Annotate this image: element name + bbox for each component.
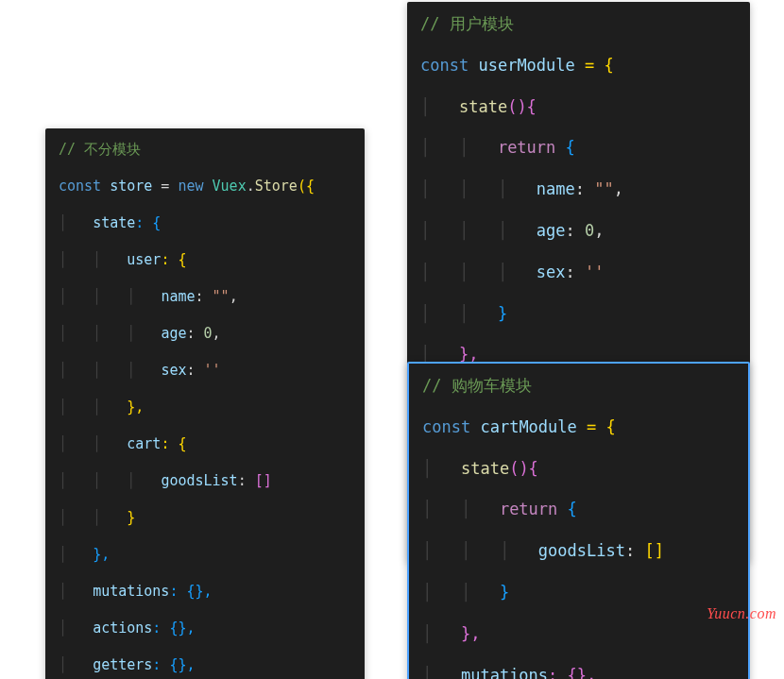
code-token: getters bbox=[93, 656, 152, 673]
code-token: new bbox=[178, 178, 203, 195]
code-token: } bbox=[127, 509, 135, 526]
code-token: Vuex bbox=[213, 178, 247, 195]
code-token: name bbox=[537, 179, 575, 198]
code-token: : bbox=[186, 325, 203, 342]
code-token: state bbox=[459, 97, 507, 116]
code-token: , bbox=[213, 325, 221, 342]
code-comment: // 购物车模块 bbox=[422, 376, 532, 395]
code-token: : bbox=[196, 288, 213, 305]
code-token: = bbox=[152, 178, 178, 195]
code-token: const bbox=[420, 56, 469, 75]
code-token: , bbox=[614, 179, 623, 198]
code-token: sex bbox=[537, 263, 566, 281]
code-token: const bbox=[59, 178, 101, 195]
code-token: : { bbox=[135, 214, 161, 231]
code-token: : {}, bbox=[169, 583, 212, 600]
code-token: mutations bbox=[461, 666, 548, 679]
code-token: : bbox=[566, 263, 585, 281]
code-token: : { bbox=[161, 251, 186, 268]
code-token: const bbox=[422, 417, 470, 436]
code-token: cart bbox=[127, 435, 161, 452]
code-token: state bbox=[461, 459, 509, 478]
code-token: age bbox=[537, 221, 566, 240]
code-token: : bbox=[186, 362, 203, 379]
code-content: // 不分模块 const store = new Vuex.Store({ │… bbox=[59, 140, 351, 679]
code-token: age bbox=[161, 325, 186, 342]
code-token: "" bbox=[594, 179, 613, 198]
code-token: : {}, bbox=[152, 620, 195, 637]
code-token: : {}, bbox=[152, 656, 195, 673]
watermark-text: Yuucn.com bbox=[707, 605, 776, 622]
code-token: return bbox=[500, 500, 557, 518]
code-token: userModule bbox=[478, 56, 574, 75]
code-token: store bbox=[110, 178, 152, 195]
code-token: (){ bbox=[507, 97, 537, 116]
code-comment: // 用户模块 bbox=[420, 14, 514, 33]
code-token: 0 bbox=[204, 325, 213, 342]
code-token: { bbox=[557, 500, 576, 518]
code-token: , bbox=[594, 221, 604, 240]
code-token: '' bbox=[585, 263, 604, 281]
code-token: : bbox=[566, 221, 585, 240]
code-token: mutations bbox=[93, 583, 169, 600]
code-token: '' bbox=[204, 362, 221, 379]
code-token: }, bbox=[127, 399, 144, 416]
code-token: (){ bbox=[509, 459, 538, 478]
code-token: return bbox=[498, 138, 555, 157]
code-token: ({ bbox=[298, 178, 315, 195]
code-token: state bbox=[93, 214, 135, 231]
code-token: name bbox=[161, 288, 195, 305]
code-token: 0 bbox=[585, 221, 594, 240]
code-token: : { bbox=[161, 435, 186, 452]
code-token: } bbox=[500, 583, 509, 602]
code-token: : {}, bbox=[548, 666, 596, 679]
code-comment: // 不分模块 bbox=[59, 141, 141, 158]
code-token: "" bbox=[213, 288, 230, 305]
code-token: goodsList bbox=[161, 472, 237, 489]
code-token: , bbox=[230, 288, 238, 305]
code-token: { bbox=[555, 138, 574, 157]
code-token: goodsList bbox=[538, 541, 625, 560]
code-token: = { bbox=[577, 417, 616, 436]
code-block-cart-module: // 购物车模块 const cartModule = { │ state(){… bbox=[407, 362, 750, 679]
code-token: user bbox=[127, 251, 161, 268]
code-content: // 购物车模块 const cartModule = { │ state(){… bbox=[422, 375, 735, 679]
code-token: sex bbox=[161, 362, 186, 379]
code-token: Store bbox=[255, 178, 298, 195]
code-token: : bbox=[238, 472, 255, 489]
code-token: . bbox=[247, 178, 255, 195]
code-token: actions bbox=[93, 620, 152, 637]
code-token: [] bbox=[644, 541, 663, 560]
code-token: }, bbox=[461, 624, 480, 643]
code-token: = { bbox=[575, 56, 614, 75]
code-token: [] bbox=[255, 472, 272, 489]
code-token: } bbox=[498, 304, 507, 323]
code-token: : bbox=[575, 179, 594, 198]
code-block-no-modules: // 不分模块 const store = new Vuex.Store({ │… bbox=[45, 128, 365, 679]
code-token: : bbox=[625, 541, 644, 560]
code-token: }, bbox=[93, 546, 110, 563]
code-token: cartModule bbox=[480, 417, 576, 436]
